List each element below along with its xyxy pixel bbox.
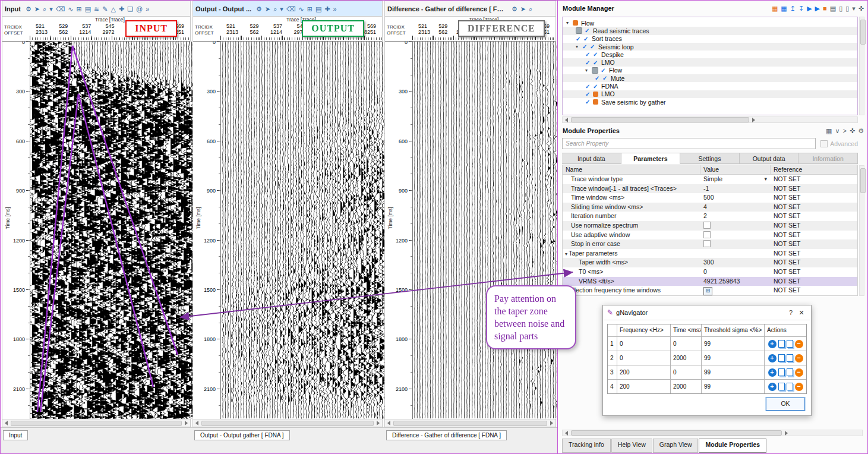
properties-tab[interactable]: Input data	[562, 153, 621, 164]
overflow-icon[interactable]: »	[332, 5, 338, 13]
paste-icon[interactable]: ▯	[845, 5, 849, 12]
scroll-right-icon[interactable]	[550, 421, 553, 425]
threshold-cell[interactable]: 99	[702, 365, 765, 380]
crosshair-icon[interactable]: ✚	[118, 5, 125, 13]
scroll-left-icon[interactable]	[5, 421, 8, 425]
tree-item[interactable]: Flow	[563, 67, 857, 74]
property-value[interactable]: Simple	[703, 175, 722, 182]
horizontal-scrollbar[interactable]	[193, 419, 382, 427]
time-cell[interactable]: 0	[671, 365, 702, 380]
wiggle-icon[interactable]: ≋	[93, 5, 100, 13]
settings-gear-icon[interactable]: ⚙	[510, 5, 519, 13]
property-value-cell[interactable]: Simple	[700, 175, 771, 184]
table-vertical-scrollbar[interactable]	[859, 165, 864, 296]
property-reference[interactable]: NOT SET	[771, 193, 857, 203]
search-input[interactable]	[562, 138, 816, 149]
spectrum-icon[interactable]: ∿	[67, 5, 74, 13]
erase-icon[interactable]: ⌫	[285, 5, 297, 13]
threshold-cell[interactable]: 99	[702, 337, 765, 351]
advanced-toggle[interactable]: Advanced	[820, 140, 858, 147]
settings-gear-icon[interactable]: ⚙	[255, 5, 263, 13]
ruler-icon[interactable]: △	[110, 5, 117, 13]
collapse-icon[interactable]: ∨	[835, 127, 839, 134]
property-value[interactable]: -1	[703, 185, 709, 192]
save-view-icon[interactable]: ▦	[826, 127, 832, 134]
property-value[interactable]: 0	[703, 268, 707, 275]
view-tab-difference[interactable]: Difference - Gather of difference [ FDNA…	[386, 430, 507, 440]
property-reference[interactable]: NOT SET	[771, 184, 857, 194]
property-reference[interactable]: NOT SET	[771, 175, 857, 184]
import-flow-icon[interactable]: ↧	[798, 5, 804, 12]
properties-tab[interactable]: Parameters	[621, 153, 681, 164]
property-value-cell[interactable]: 4921.259843	[700, 277, 771, 286]
properties-tab[interactable]: Settings	[680, 153, 740, 164]
tree-item[interactable]: Seismic loop	[563, 43, 857, 51]
enabled-check-icon[interactable]	[585, 51, 593, 58]
enabled-check-icon[interactable]	[585, 91, 593, 97]
scrollbar-thumb[interactable]	[393, 421, 547, 426]
property-value-cell[interactable]	[700, 239, 771, 249]
pointer-icon[interactable]: ➤	[264, 5, 272, 13]
grid-icon[interactable]: ⊞	[306, 5, 314, 13]
pin-icon[interactable]: ✜	[850, 127, 855, 134]
scroll-left-icon[interactable]	[387, 421, 390, 425]
comment-icon[interactable]: ❏	[126, 5, 134, 13]
property-value-cell[interactable]: 2	[700, 212, 771, 221]
frequency-cell[interactable]: 200	[617, 365, 671, 380]
zoom-icon[interactable]: ⌕	[528, 5, 534, 13]
properties-tab[interactable]: Output data	[740, 153, 799, 164]
threshold-cell[interactable]: 99	[702, 351, 765, 365]
dialog-titlebar[interactable]: ✎ gNavigator ? ✕	[603, 305, 811, 320]
add-row-icon[interactable]	[768, 354, 777, 362]
enabled-check-icon[interactable]	[595, 75, 602, 81]
grid-icon[interactable]: ⊞	[75, 5, 83, 13]
insert-row-icon[interactable]	[787, 368, 793, 376]
tree-item[interactable]: Flow	[563, 19, 857, 27]
frequency-cell[interactable]: 0	[617, 337, 671, 351]
property-value[interactable]: 300	[703, 258, 714, 266]
layers-icon[interactable]: ▤	[314, 5, 323, 13]
settings-gear-icon[interactable]: ⚙	[24, 5, 33, 13]
spectrum-icon[interactable]: ∿	[297, 5, 305, 13]
dock-horizontal-scrollbar[interactable]	[562, 430, 863, 436]
stop-icon[interactable]: ■	[823, 5, 827, 12]
property-value[interactable]: 4921.259843	[703, 278, 740, 285]
tree-item[interactable]: LMO	[563, 58, 857, 66]
property-reference[interactable]: NOT SET	[771, 277, 857, 286]
time-cell[interactable]: 0	[671, 337, 702, 351]
property-value-cell[interactable]: 500	[700, 193, 771, 203]
pointer-icon[interactable]: ➤	[519, 5, 527, 13]
pencil-icon[interactable]: ✎	[101, 5, 109, 13]
frequency-windows-grid-icon[interactable]	[703, 287, 712, 295]
property-value-cell[interactable]	[700, 231, 771, 240]
zoom-icon[interactable]: ⌕	[42, 5, 48, 13]
pin-icon[interactable]: ✜	[858, 5, 864, 12]
horizontal-scrollbar[interactable]	[385, 419, 555, 427]
properties-tab[interactable]: Information	[798, 153, 858, 164]
remove-row-icon[interactable]	[795, 368, 803, 377]
property-reference[interactable]: NOT SET	[771, 221, 857, 231]
scrollbar-thumb[interactable]	[201, 421, 374, 426]
expander-icon[interactable]	[585, 68, 592, 73]
enabled-check-icon[interactable]	[585, 99, 593, 105]
time-cell[interactable]: 2000	[671, 351, 702, 365]
dock-tab[interactable]: Module Properties	[699, 439, 766, 453]
property-reference[interactable]: NOT SET	[771, 258, 857, 267]
advanced-checkbox[interactable]	[820, 140, 828, 147]
run-selected-icon[interactable]: ▶	[815, 5, 820, 12]
expander-icon[interactable]	[566, 20, 573, 26]
ok-button[interactable]: OK	[766, 398, 805, 411]
time-cell[interactable]: 2000	[671, 380, 702, 393]
view-tab-output[interactable]: Output - Output gather [ FDNA ]	[194, 430, 290, 440]
property-reference[interactable]: NOT SET	[771, 231, 857, 240]
property-reference[interactable]: NOT SET	[771, 212, 857, 221]
property-value-cell[interactable]: 0	[700, 267, 771, 277]
expand-icon[interactable]: >	[842, 127, 846, 134]
expander-icon[interactable]	[576, 44, 582, 49]
insert-row-icon[interactable]	[787, 340, 793, 348]
dock-tab[interactable]: Graph View	[653, 439, 699, 453]
pointer-icon[interactable]: ➤	[33, 5, 41, 13]
tree-horizontal-scrollbar[interactable]	[562, 116, 858, 123]
property-value-cell[interactable]: 300	[700, 258, 771, 267]
value-checkbox[interactable]	[703, 240, 711, 247]
